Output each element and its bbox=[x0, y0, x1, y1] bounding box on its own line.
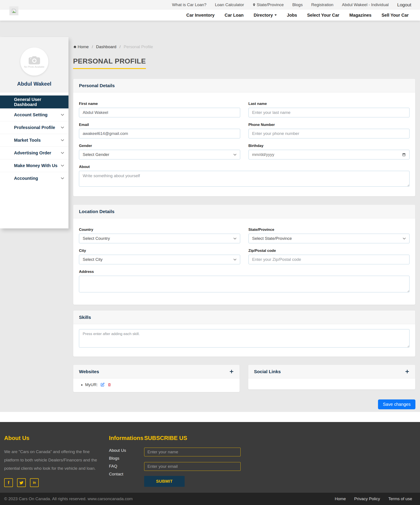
chevron-down-icon bbox=[233, 259, 236, 261]
nav-jobs[interactable]: Jobs bbox=[287, 13, 297, 18]
city-select-value: Select City bbox=[83, 257, 103, 262]
footer-subscribe-column: SUBSCRIBE US SUBMIT bbox=[144, 435, 241, 487]
social-links-body bbox=[248, 379, 415, 389]
location-details-title: Location Details bbox=[79, 209, 114, 214]
subscribe-submit-button[interactable]: SUBMIT bbox=[144, 476, 185, 487]
state-province-label: State/Province bbox=[248, 227, 410, 232]
nav-car-inventory[interactable]: Car Inventory bbox=[186, 13, 215, 18]
zip-label: Zip/Postal code bbox=[248, 249, 410, 253]
bottom-link-terms-of-use[interactable]: Terms of use bbox=[388, 496, 412, 501]
user-account-label[interactable]: Abdul Wakeel - Individual bbox=[342, 2, 389, 7]
sidebar-item-make-money-with-us[interactable]: Make Money With Us bbox=[0, 159, 68, 172]
email-field[interactable] bbox=[79, 129, 240, 139]
nav-directory[interactable]: Directory bbox=[253, 13, 277, 18]
caret-down-icon bbox=[275, 14, 277, 16]
breadcrumb-home[interactable]: Home bbox=[73, 44, 89, 49]
zip-field[interactable] bbox=[248, 255, 410, 264]
phone-field[interactable] bbox=[248, 129, 410, 139]
content-area: No Photo Available Abdul Wakeel General … bbox=[0, 21, 420, 412]
sidebar-item-advertising-order[interactable]: Advertising Order bbox=[0, 146, 68, 159]
breadcrumb-dashboard[interactable]: Dashboard bbox=[96, 44, 116, 49]
state-province-select[interactable]: Select State/Province bbox=[248, 234, 410, 243]
subscribe-name-input[interactable] bbox=[144, 448, 241, 456]
nav-magazines[interactable]: Magazines bbox=[349, 13, 371, 18]
social-links-title: Social Links bbox=[254, 369, 281, 374]
sidebar-item-general-user-dashboard[interactable]: General User Dashboard bbox=[0, 95, 68, 108]
about-textarea[interactable] bbox=[79, 171, 409, 187]
sidebar-menu: General User Dashboard Account Setting P… bbox=[0, 95, 68, 185]
phone-label: Phone Number bbox=[248, 123, 410, 127]
site-logo[interactable] bbox=[9, 6, 18, 15]
footer-informations-title: Informations bbox=[109, 435, 143, 442]
skills-body bbox=[73, 324, 415, 357]
footer-link-contact[interactable]: Contact bbox=[109, 472, 143, 477]
utility-link-blogs[interactable]: Blogs bbox=[292, 2, 303, 7]
skills-textarea[interactable] bbox=[79, 329, 409, 347]
city-select[interactable]: Select City bbox=[79, 255, 240, 264]
utility-link-state-province[interactable]: State/Province bbox=[253, 2, 284, 7]
save-changes-button[interactable]: Save changes bbox=[378, 399, 415, 409]
nav-car-loan[interactable]: Car Loan bbox=[225, 13, 244, 18]
email-label: Email bbox=[79, 123, 240, 127]
gender-select[interactable]: Select Gender bbox=[79, 150, 240, 159]
chevron-down-icon bbox=[61, 126, 64, 129]
bottom-link-home[interactable]: Home bbox=[335, 496, 346, 501]
breadcrumb: Home / Dashboard / Personal Profile bbox=[73, 44, 415, 49]
sidebar-user-name: Abdul Wakeel bbox=[0, 81, 68, 87]
footer-link-faq[interactable]: FAQ bbox=[109, 464, 143, 469]
add-website-button[interactable] bbox=[229, 369, 234, 374]
no-photo-text: No Photo Available bbox=[24, 65, 44, 68]
personal-details-header: Personal Details bbox=[73, 79, 415, 92]
nav-directory-label: Directory bbox=[253, 13, 273, 18]
last-name-field[interactable] bbox=[248, 108, 410, 117]
calendar-icon bbox=[402, 153, 406, 157]
sidebar-item-label: Accounting bbox=[14, 176, 38, 181]
add-social-link-button[interactable] bbox=[405, 369, 409, 374]
footer-bottom-links: Home Privacy Policy Terms of use bbox=[335, 496, 412, 501]
footer-link-about-us[interactable]: About Us bbox=[109, 448, 143, 453]
chevron-down-icon bbox=[61, 114, 64, 116]
subscribe-email-input[interactable] bbox=[144, 462, 241, 471]
utility-link-loan-calculator[interactable]: Loan Calculator bbox=[215, 2, 244, 7]
location-pin-icon bbox=[253, 3, 255, 6]
about-label: About bbox=[79, 165, 409, 169]
links-cards-row: Websites MyUR: Social Links bbox=[73, 365, 415, 392]
sidebar-profile: No Photo Available Abdul Wakeel bbox=[0, 37, 68, 93]
utility-link-what-is-car-loan[interactable]: What is Car Loan? bbox=[172, 2, 206, 7]
footer-bottom-bar: © 2023 Cars On Canada. All rights reserv… bbox=[0, 493, 420, 505]
edit-website-icon[interactable] bbox=[100, 383, 105, 387]
main-panel: Home / Dashboard / Personal Profile PERS… bbox=[73, 44, 415, 409]
gender-label: Gender bbox=[79, 144, 240, 148]
sidebar: No Photo Available Abdul Wakeel General … bbox=[0, 37, 68, 228]
utility-link-registration[interactable]: Registration bbox=[311, 2, 333, 7]
sidebar-item-accounting[interactable]: Accounting bbox=[0, 172, 68, 185]
pre-footer-strip bbox=[0, 412, 420, 422]
delete-website-icon[interactable] bbox=[107, 383, 111, 387]
skills-title: Skills bbox=[79, 315, 91, 320]
personal-details-title: Personal Details bbox=[79, 83, 115, 88]
footer: About Us We are "Cars on Canada" and off… bbox=[0, 422, 420, 493]
location-details-header: Location Details bbox=[73, 205, 415, 218]
chevron-down-icon bbox=[233, 154, 236, 156]
nav-sell-your-car[interactable]: Sell Your Car bbox=[382, 13, 409, 18]
footer-link-blogs[interactable]: Blogs bbox=[109, 456, 143, 461]
country-select[interactable]: Select Country bbox=[79, 234, 240, 243]
facebook-icon[interactable]: f bbox=[4, 478, 13, 487]
linkedin-icon[interactable]: in bbox=[30, 478, 39, 487]
chevron-down-icon bbox=[61, 177, 64, 179]
logout-button[interactable]: Logout bbox=[397, 2, 411, 7]
chevron-down-icon bbox=[61, 165, 64, 167]
country-select-value: Select Country bbox=[83, 236, 110, 241]
chevron-down-icon bbox=[403, 238, 406, 240]
address-textarea[interactable] bbox=[79, 276, 409, 292]
sidebar-item-market-tools[interactable]: Market Tools bbox=[0, 134, 68, 146]
first-name-field[interactable] bbox=[79, 108, 240, 117]
nav-select-your-car[interactable]: Select Your Car bbox=[307, 13, 339, 18]
breadcrumb-current: Personal Profile bbox=[124, 44, 153, 49]
sidebar-item-professional-profile[interactable]: Professional Profile bbox=[0, 121, 68, 134]
city-label: City bbox=[79, 249, 240, 253]
twitter-icon[interactable] bbox=[17, 478, 26, 487]
sidebar-item-account-setting[interactable]: Account Setting bbox=[0, 108, 68, 121]
birthday-date-field[interactable]: mm/dd/yyyy bbox=[248, 150, 410, 159]
bottom-link-privacy-policy[interactable]: Privacy Policy bbox=[354, 496, 380, 501]
